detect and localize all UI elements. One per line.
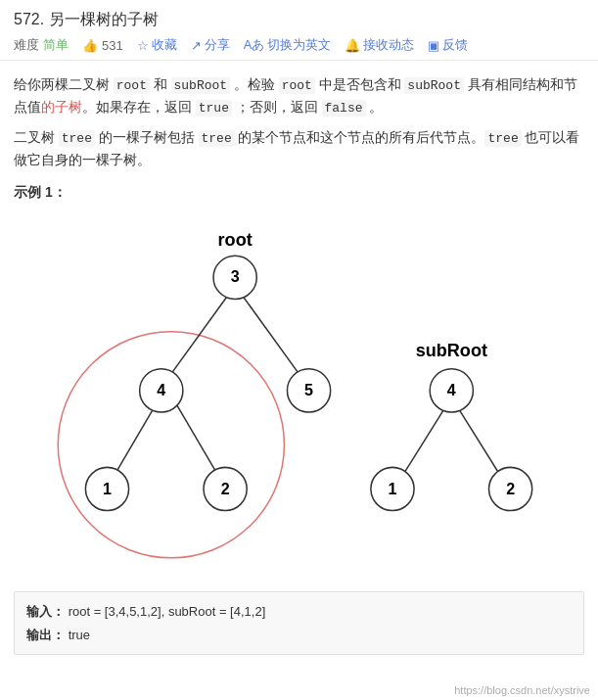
page-title: 572. 另一棵树的子树 bbox=[14, 10, 584, 30]
svg-text:2: 2 bbox=[506, 480, 515, 497]
description-para2: 二叉树 tree 的一棵子树包括 tree 的某个节点和这个节点的所有后代节点。… bbox=[14, 127, 584, 172]
svg-text:2: 2 bbox=[221, 480, 230, 497]
output-label: 输出： bbox=[26, 628, 65, 642]
translate-button[interactable]: Aあ 切换为英文 bbox=[244, 36, 332, 54]
header: 572. 另一棵树的子树 难度 简单 👍 531 ☆ 收藏 ↗ 分享 Aあ 切换… bbox=[0, 0, 598, 61]
output-line: 输出： true bbox=[26, 624, 572, 646]
code-subroot1: subRoot bbox=[171, 77, 231, 94]
svg-text:1: 1 bbox=[389, 480, 397, 497]
example-label: 示例 1： bbox=[14, 184, 584, 202]
svg-line-16 bbox=[400, 408, 444, 479]
bell-icon: 🔔 bbox=[345, 38, 360, 53]
share-label: 分享 bbox=[205, 36, 230, 54]
star-icon: ☆ bbox=[137, 38, 149, 53]
code-root1: root bbox=[114, 77, 150, 94]
footer-url: https://blog.csdn.net/xystrive bbox=[454, 684, 590, 696]
description: 给你两棵二叉树 root 和 subRoot 。检验 root 中是否包含和 s… bbox=[14, 74, 584, 172]
svg-text:subRoot: subRoot bbox=[416, 341, 487, 360]
svg-line-4 bbox=[173, 398, 220, 479]
code-true: true bbox=[196, 100, 232, 117]
svg-text:4: 4 bbox=[157, 381, 165, 398]
difficulty-value: 简单 bbox=[43, 36, 69, 54]
svg-line-1 bbox=[166, 293, 230, 381]
svg-point-0 bbox=[58, 332, 284, 558]
svg-text:root: root bbox=[218, 230, 253, 250]
subscribe-label: 接收动态 bbox=[363, 36, 414, 54]
input-label: 输入： bbox=[26, 604, 65, 619]
share-button[interactable]: ↗ 分享 bbox=[191, 36, 230, 54]
feedback-button[interactable]: ▣ 反馈 bbox=[428, 36, 468, 54]
collect-button[interactable]: ☆ 收藏 bbox=[137, 36, 177, 54]
output-value: true bbox=[69, 628, 90, 642]
example-box: 输入： root = [3,4,5,1,2], subRoot = [4,1,2… bbox=[14, 591, 584, 655]
input-line: 输入： root = [3,4,5,1,2], subRoot = [4,1,2… bbox=[26, 600, 572, 623]
translate-icon: Aあ bbox=[244, 36, 265, 54]
like-item[interactable]: 👍 531 bbox=[82, 38, 123, 53]
difficulty-label: 难度 bbox=[14, 36, 39, 54]
svg-line-2 bbox=[240, 293, 303, 381]
svg-text:5: 5 bbox=[304, 381, 313, 398]
like-count: 531 bbox=[102, 38, 123, 53]
input-value: root = [3,4,5,1,2], subRoot = [4,1,2] bbox=[69, 604, 266, 619]
content: 给你两棵二叉树 root 和 subRoot 。检验 root 中是否包含和 s… bbox=[0, 61, 598, 582]
feedback-icon: ▣ bbox=[428, 38, 439, 53]
code-tree2: tree bbox=[199, 130, 235, 147]
svg-text:1: 1 bbox=[103, 480, 112, 497]
tree-diagram: 3 4 5 1 2 root 4 bbox=[14, 210, 584, 582]
code-tree3: tree bbox=[484, 130, 521, 147]
code-false: false bbox=[322, 100, 366, 117]
code-root2: root bbox=[279, 77, 315, 94]
keyword-highlight: 的子树 bbox=[41, 100, 82, 115]
feedback-label: 反馈 bbox=[442, 36, 468, 54]
share-icon: ↗ bbox=[191, 38, 202, 53]
meta-bar: 难度 简单 👍 531 ☆ 收藏 ↗ 分享 Aあ 切换为英文 🔔 接收动态 ▣ … bbox=[14, 36, 584, 54]
difficulty-item: 难度 简单 bbox=[14, 36, 69, 54]
collect-label: 收藏 bbox=[152, 36, 177, 54]
code-subroot2: subRoot bbox=[404, 77, 464, 94]
translate-label: 切换为英文 bbox=[267, 36, 331, 54]
description-para1: 给你两棵二叉树 root 和 subRoot 。检验 root 中是否包含和 s… bbox=[14, 74, 584, 119]
svg-line-17 bbox=[458, 408, 502, 479]
subscribe-button[interactable]: 🔔 接收动态 bbox=[345, 36, 414, 54]
svg-text:3: 3 bbox=[231, 268, 240, 286]
svg-text:4: 4 bbox=[447, 381, 456, 398]
code-tree1: tree bbox=[59, 130, 95, 147]
diagram-area: 3 4 5 1 2 root 4 bbox=[14, 210, 584, 582]
thumbs-up-icon: 👍 bbox=[82, 38, 98, 53]
